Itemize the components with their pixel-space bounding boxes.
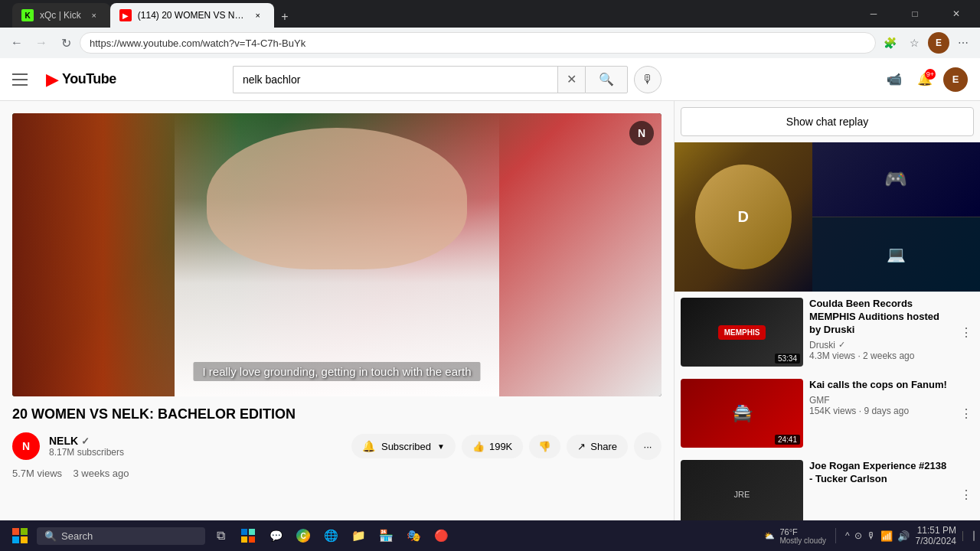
svg-rect-2: [12, 536, 19, 543]
rec-more-button-1[interactable]: ⋮: [959, 379, 974, 448]
show-desktop-button[interactable]: ▕: [962, 531, 974, 541]
mic-tray-icon[interactable]: 🎙: [867, 530, 876, 541]
widgets-button[interactable]: [236, 523, 260, 548]
tab-youtube[interactable]: ▶ (114) 20 WOMEN VS NELK: ×: [110, 3, 274, 28]
rec-thumb-1: 🚔 24:41: [681, 379, 803, 448]
rec-info-2: Joe Rogan Experience #2138 - Tucker Carl…: [809, 460, 952, 523]
chat-button[interactable]: 💬: [263, 523, 288, 548]
yt-header: ▶ YouTube ✕ 🔍 🎙 📹 🔔 9+ E: [0, 58, 980, 101]
subscribe-button[interactable]: 🔔 Subscribed ▼: [351, 434, 456, 458]
start-button[interactable]: [6, 522, 34, 549]
more-options-icon[interactable]: ⋯: [952, 32, 974, 54]
system-icon-1: ⊙: [854, 530, 862, 541]
like-button[interactable]: 👍 199K: [462, 435, 523, 458]
profile-avatar: E: [928, 32, 949, 54]
task-view-button[interactable]: ⧉: [208, 523, 233, 548]
rec-title-1: Kai calls the cops on Fanum!: [809, 379, 952, 392]
yt-tab-close[interactable]: ×: [251, 8, 265, 22]
dropdown-icon: ▼: [437, 442, 445, 451]
nav-bar: ← → ↻ https://www.youtube.com/watch?v=T4…: [0, 28, 980, 58]
weather-widget[interactable]: ⛅ 76°F Mostly cloudy: [764, 527, 826, 545]
recommended-list: MEMPHIS 53:34 Coulda Been Records MEMPHI…: [675, 292, 980, 523]
rec-more-button-0[interactable]: ⋮: [959, 298, 974, 367]
add-tab-button[interactable]: +: [274, 6, 296, 28]
title-bar: K xQc | Kick × ▶ (114) 20 WOMEN VS NELK:…: [0, 0, 980, 28]
channel-row: N NELK ✓ 8.17M subscribers 🔔 Subscribed …: [12, 432, 662, 460]
youtube-logo[interactable]: ▶ YouTube: [46, 70, 116, 90]
weather-temp: 76°F: [779, 527, 826, 536]
search-clear-button[interactable]: ✕: [557, 66, 585, 93]
search-button[interactable]: 🔍: [585, 66, 628, 93]
rec-item-1[interactable]: 🚔 24:41 Kai calls the cops on Fanum! GMF…: [675, 373, 980, 454]
maximize-button[interactable]: □: [897, 0, 933, 28]
video-watermark: N: [629, 121, 654, 145]
action-buttons: 🔔 Subscribed ▼ 👍 199K 👎 ↗ Share: [351, 432, 662, 460]
video-player[interactable]: I really love grounding, getting in touc…: [12, 113, 662, 396]
subscribe-label: Subscribed: [381, 441, 431, 452]
back-button[interactable]: ←: [6, 32, 28, 54]
extensions-icon[interactable]: 🧩: [879, 32, 900, 54]
thumbs-down-icon: 👎: [538, 441, 551, 452]
file-explorer-button[interactable]: 📁: [346, 523, 371, 548]
store-button[interactable]: 🏪: [374, 523, 398, 548]
notification-badge: 9+: [925, 69, 936, 80]
dislike-button[interactable]: 👎: [529, 435, 560, 458]
notifications-button[interactable]: 🔔 9+: [913, 67, 937, 92]
taskbar-search-icon: 🔍: [44, 530, 57, 542]
taskbar-clock[interactable]: 11:51 PM 7/30/2024: [916, 525, 956, 546]
chevron-icon[interactable]: ^: [845, 530, 850, 541]
network-icon[interactable]: 📶: [880, 530, 893, 542]
taskbar-search[interactable]: 🔍 Search: [37, 527, 205, 545]
browser-pinned-button[interactable]: C: [291, 523, 315, 548]
time-ago: 3 weeks ago: [73, 468, 129, 479]
window-controls: ─ □ ✕: [856, 0, 974, 28]
edge-button[interactable]: 🌐: [318, 523, 343, 548]
channel-avatar[interactable]: N: [12, 432, 40, 460]
rec-title-0: Coulda Been Records MEMPHIS Auditions ho…: [809, 298, 952, 337]
close-button[interactable]: ✕: [939, 0, 974, 28]
reload-button[interactable]: ↻: [55, 32, 77, 54]
forward-button[interactable]: →: [31, 32, 52, 54]
recommended-collage[interactable]: D 🎮 💻: [675, 142, 980, 292]
rec-more-button-2[interactable]: ⋮: [959, 460, 974, 523]
tab-bar: K xQc | Kick × ▶ (114) 20 WOMEN VS NELK:…: [6, 0, 856, 28]
rec-verified-0: ✓: [838, 340, 845, 350]
svg-rect-3: [21, 536, 28, 543]
yt-tab-title: (114) 20 WOMEN VS NELK:: [138, 10, 245, 21]
yt-favicon: ▶: [119, 9, 132, 21]
svg-rect-7: [249, 536, 255, 543]
rec-item-0[interactable]: MEMPHIS 53:34 Coulda Been Records MEMPHI…: [675, 292, 980, 373]
tab-kick[interactable]: K xQc | Kick ×: [12, 3, 110, 28]
search-input[interactable]: [233, 66, 557, 93]
rec-item-2[interactable]: JRE Joe Rogan Experience #2138 - Tucker …: [675, 454, 980, 523]
share-button[interactable]: ↗ Share: [567, 435, 628, 458]
sidebar: Show chat replay D 🎮 💻: [674, 101, 980, 523]
view-count: 5.7M views: [12, 468, 62, 479]
youtube-logo-text: YouTube: [62, 71, 116, 87]
nav-icons: 🧩 ☆ E ⋯: [879, 32, 974, 54]
share-icon: ↗: [577, 441, 586, 452]
hamburger-menu[interactable]: [12, 69, 34, 90]
chat-replay-button[interactable]: Show chat replay: [681, 107, 974, 136]
profile-icon[interactable]: E: [928, 32, 949, 54]
rec-thumb-0: MEMPHIS 53:34: [681, 298, 803, 367]
rec-meta-0: 4.3M views · 2 weeks ago: [809, 350, 952, 361]
bookmark-icon[interactable]: ☆: [903, 32, 925, 54]
minimize-button[interactable]: ─: [856, 0, 891, 28]
sys-icons: ^ ⊙ 🎙 📶 🔊: [845, 530, 910, 542]
more-actions-button[interactable]: ···: [634, 432, 662, 460]
create-button[interactable]: 📹: [882, 67, 906, 92]
taskbar-app-icons: ⧉ 💬 C 🌐 📁 🏪 🎭 🔴: [208, 523, 453, 548]
extra-app-button[interactable]: 🎭: [401, 523, 426, 548]
clock-time: 11:51 PM: [916, 525, 956, 536]
address-text: https://www.youtube.com/watch?v=T4-C7h-B…: [90, 37, 305, 49]
kick-tab-close[interactable]: ×: [87, 8, 101, 22]
taskbar-search-label: Search: [61, 530, 93, 542]
address-bar[interactable]: https://www.youtube.com/watch?v=T4-C7h-B…: [80, 32, 876, 54]
volume-icon[interactable]: 🔊: [897, 530, 910, 542]
user-avatar[interactable]: E: [943, 67, 968, 92]
rec-duration-0: 53:34: [775, 354, 800, 364]
notification-app-button[interactable]: 🔴: [429, 523, 453, 548]
rec-channel-1: GMF: [809, 395, 952, 406]
voice-search-button[interactable]: 🎙: [634, 66, 662, 93]
